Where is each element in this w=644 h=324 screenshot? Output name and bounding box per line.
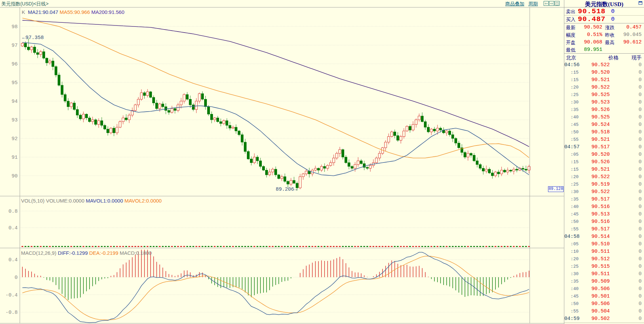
candle-body: [95, 120, 97, 125]
tick-volume: 0: [639, 270, 642, 278]
volume-bar: [125, 246, 127, 247]
volume-bar: [266, 246, 268, 247]
volume-bar: [208, 246, 210, 247]
volume-bar: [303, 246, 304, 247]
candle-body: [250, 159, 253, 163]
candle-body: [217, 118, 219, 122]
candle-body: [467, 153, 469, 157]
volume-bar: [434, 246, 435, 247]
volume-bar: [510, 246, 512, 247]
tick-price: 90.514: [585, 233, 610, 241]
tick-time: :25: [564, 263, 579, 270]
candle-body: [433, 129, 436, 131]
volume-bar: [52, 246, 54, 247]
volume-bar: [171, 246, 173, 247]
candle-body: [278, 175, 280, 178]
volume-bar: [513, 246, 515, 247]
main-axis-tick: 93: [12, 117, 18, 123]
tick-row: :3590.5090: [564, 278, 644, 285]
tick-time: :20: [564, 173, 579, 181]
volume-bar: [498, 246, 500, 247]
volume-legend: VOL(5,10) VOLUME:0.0000 MAVOL1:0.0000 MA…: [21, 198, 162, 204]
tick-volume: 0: [639, 188, 642, 196]
arrow-right-glyph: →: [294, 187, 297, 192]
volume-bar: [327, 246, 329, 247]
candle-body: [140, 93, 143, 99]
volume-bar: [144, 246, 145, 247]
candle-body: [497, 172, 500, 174]
sell-qty: 0: [611, 8, 614, 15]
volume-bar: [412, 246, 414, 247]
tick-price: 90.516: [585, 218, 610, 226]
tick-price: 90.523: [585, 99, 610, 106]
volume-bar: [437, 246, 438, 247]
tick-price: 90.502: [585, 315, 610, 323]
candle-body: [415, 120, 417, 125]
candle-body: [427, 127, 430, 132]
volume-bar: [425, 246, 426, 247]
tick-table[interactable]: 04:5690.5220:1590.5200:1590.5210:2090.52…: [564, 61, 644, 323]
arrow-left-icon[interactable]: ⇦: [544, 1, 549, 6]
tick-time: :05: [564, 241, 579, 248]
candle-body: [137, 99, 140, 105]
tick-header-vol: 现手: [631, 54, 642, 61]
volume-bar: [452, 246, 454, 247]
tick-price: 90.516: [585, 203, 610, 211]
volume-bar: [464, 246, 466, 247]
candle-body: [290, 180, 292, 184]
main-axis-tick: 94: [12, 99, 18, 104]
candle-body: [49, 61, 51, 63]
volume-bar: [449, 246, 451, 247]
candle-body: [436, 128, 439, 131]
volume-bar: [174, 246, 176, 247]
tick-time: :25: [564, 181, 579, 188]
tick-price: 90.525: [585, 114, 610, 121]
candle-body: [388, 137, 390, 142]
candle-body: [70, 103, 73, 107]
volume-bar: [440, 246, 442, 247]
low-annotation: 89.206→: [276, 187, 297, 192]
tick-time: :50: [564, 218, 579, 226]
chart-canvas[interactable]: 9897969594939291900.80.40.40-0.4-0.8: [0, 0, 564, 324]
candle-body: [162, 104, 164, 107]
restore-window-icon[interactable]: [639, 1, 642, 5]
volume-bar: [480, 246, 481, 247]
candle-body: [104, 126, 106, 129]
legend-dea: DEA:-0.2199: [89, 250, 118, 256]
volume-bar: [504, 246, 506, 247]
candle-body: [510, 170, 512, 171]
chart-window-title: 美元指数(USD)<日线>: [1, 1, 48, 7]
volume-bar: [129, 246, 130, 247]
tick-row: 04:5990.5020: [564, 315, 644, 323]
volume-bar: [342, 246, 344, 247]
overlay-instrument-link[interactable]: 商品叠加: [505, 1, 524, 7]
tick-time: :25: [564, 91, 579, 99]
tick-volume: 0: [639, 166, 642, 173]
candle-body: [525, 169, 527, 170]
volume-bar: [278, 246, 280, 247]
tick-price: 90.511: [585, 248, 610, 255]
candle-body: [314, 168, 317, 170]
tick-time: :50: [564, 300, 579, 308]
volume-bar: [382, 246, 384, 247]
volume-bar: [315, 246, 316, 247]
volume-bar: [64, 246, 66, 247]
volume-bar: [516, 246, 518, 247]
period-link[interactable]: 周期: [528, 1, 538, 7]
stat-value-range: 0.51%: [578, 31, 602, 39]
candle-body: [412, 125, 414, 130]
tick-time: :15: [564, 76, 579, 84]
candle-body: [470, 153, 472, 155]
tick-row: :3090.5220: [564, 188, 644, 196]
volume-bar: [235, 246, 237, 247]
arrow-right-icon[interactable]: ⇨: [549, 1, 554, 6]
candle-body: [24, 43, 27, 47]
tick-row: :1590.5210: [564, 76, 644, 84]
split-window-icon[interactable]: ◫: [554, 1, 560, 6]
candle-body: [67, 101, 70, 107]
candle-body: [241, 135, 243, 142]
candle-body: [198, 94, 201, 101]
tick-price: 90.515: [585, 263, 610, 270]
candle-body: [269, 172, 271, 175]
tick-price: 90.521: [585, 166, 610, 173]
